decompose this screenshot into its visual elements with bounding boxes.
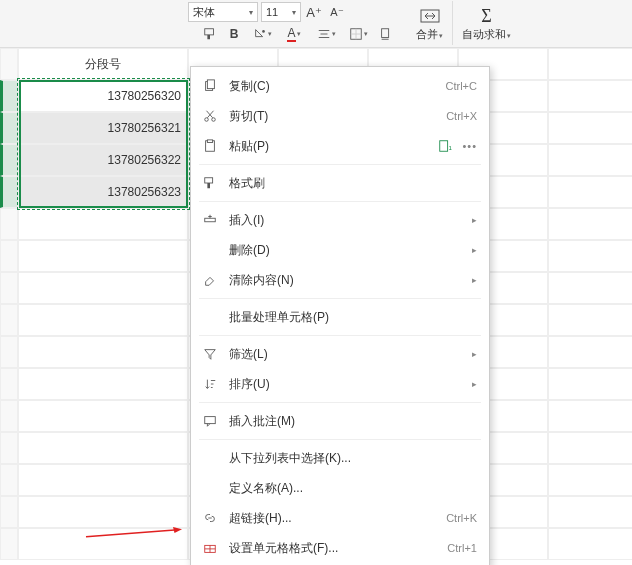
empty-cell[interactable] [548, 80, 632, 112]
chevron-down-icon: ▾ [292, 8, 296, 17]
ctx-label: 复制(C) [229, 78, 446, 95]
row-gutter [0, 80, 18, 112]
empty-cell[interactable] [548, 496, 632, 528]
separator [199, 201, 481, 202]
data-cell[interactable] [18, 528, 188, 560]
font-name-select[interactable]: 宋体 ▾ [188, 2, 258, 22]
data-cell[interactable] [18, 464, 188, 496]
merge-dropdown[interactable]: 合并▾ [410, 1, 449, 47]
header-cell[interactable]: 分段号 [18, 48, 188, 80]
data-cell[interactable] [18, 240, 188, 272]
empty-cell[interactable] [548, 304, 632, 336]
ctx-comment[interactable]: 插入批注(M) [191, 406, 489, 436]
data-cell[interactable]: 13780256321 [18, 112, 188, 144]
empty-cell[interactable] [548, 400, 632, 432]
chevron-right-icon: ▸ [472, 215, 477, 225]
ctx-label: 设置单元格格式(F)... [229, 540, 447, 557]
svg-rect-14 [207, 80, 214, 89]
row-gutter [0, 176, 18, 208]
data-cell[interactable] [18, 336, 188, 368]
ctx-label: 插入批注(M) [229, 413, 477, 430]
ctx-label: 定义名称(A)... [229, 480, 477, 497]
separator [199, 298, 481, 299]
cut-icon [201, 109, 219, 123]
fill-color-button[interactable]: ▾ [248, 24, 276, 44]
svg-line-17 [207, 111, 213, 118]
empty-cell[interactable] [548, 48, 632, 80]
format-painter-button[interactable] [200, 24, 220, 44]
ctx-label: 格式刷 [229, 175, 477, 192]
comment-icon [201, 414, 219, 428]
paste-icon [201, 139, 219, 153]
data-cell[interactable]: 13780256322 [18, 144, 188, 176]
ctx-define-name[interactable]: 定义名称(A)... [191, 473, 489, 503]
empty-cell[interactable] [548, 368, 632, 400]
ctx-delete[interactable]: 删除(D) ▸ [191, 235, 489, 265]
format-painter-icon [201, 176, 219, 190]
autosum-dropdown[interactable]: Σ 自动求和▾ [456, 1, 517, 47]
data-cell[interactable] [18, 208, 188, 240]
data-cell[interactable] [18, 400, 188, 432]
ctx-copy[interactable]: 复制(C) Ctrl+C [191, 71, 489, 101]
ctx-filter[interactable]: 筛选(L) ▸ [191, 339, 489, 369]
ctx-insert[interactable]: 插入(I) ▸ [191, 205, 489, 235]
empty-cell[interactable] [548, 112, 632, 144]
empty-cell[interactable] [548, 528, 632, 560]
empty-cell[interactable] [548, 432, 632, 464]
toolbar: 宋体 ▾ 11 ▾ A⁺ A⁻ B ▾ A▾ ▾ ▾ 合并▾ [0, 0, 632, 48]
svg-rect-20 [207, 140, 212, 143]
ctx-paste[interactable]: 粘贴(P) 12 ••• [191, 131, 489, 161]
empty-cell[interactable] [548, 272, 632, 304]
ctx-dropdown-select[interactable]: 从下拉列表中选择(K)... [191, 443, 489, 473]
ctx-shortcut: Ctrl+K [446, 512, 477, 524]
data-cell[interactable] [18, 496, 188, 528]
row-gutter [0, 240, 18, 272]
paste-special-icon[interactable]: 12 [438, 139, 452, 153]
ctx-batch[interactable]: 批量处理单元格(P) [191, 302, 489, 332]
empty-cell[interactable] [548, 176, 632, 208]
ctx-format-cells[interactable]: 设置单元格格式(F)... Ctrl+1 [191, 533, 489, 563]
data-cell[interactable]: 13780256320 [18, 80, 188, 112]
ctx-cut[interactable]: 剪切(T) Ctrl+X [191, 101, 489, 131]
svg-rect-23 [205, 178, 213, 183]
decrease-font-button[interactable]: A⁻ [327, 2, 347, 22]
data-cell[interactable] [18, 272, 188, 304]
align-button[interactable]: ▾ [312, 24, 340, 44]
empty-cell[interactable] [548, 240, 632, 272]
empty-cell[interactable] [548, 144, 632, 176]
borders-button[interactable]: ▾ [344, 24, 372, 44]
row-gutter [0, 208, 18, 240]
increase-font-button[interactable]: A⁺ [304, 2, 324, 22]
data-cell[interactable] [18, 368, 188, 400]
font-color-button[interactable]: A▾ [280, 24, 308, 44]
ctx-shortcut: Ctrl+X [446, 110, 477, 122]
copy-icon [201, 79, 219, 93]
ctx-format-painter[interactable]: 格式刷 [191, 168, 489, 198]
more-icon[interactable]: ••• [462, 140, 477, 152]
ctx-label: 删除(D) [229, 242, 464, 259]
ctx-label: 粘贴(P) [229, 138, 438, 155]
font-size-value: 11 [266, 6, 278, 18]
separator [199, 335, 481, 336]
data-cell[interactable]: 13780256323 [18, 176, 188, 208]
svg-rect-32 [205, 417, 216, 424]
sort-icon [201, 377, 219, 391]
data-cell[interactable] [18, 432, 188, 464]
empty-cell[interactable] [548, 464, 632, 496]
data-cell[interactable] [18, 304, 188, 336]
context-menu: 复制(C) Ctrl+C 剪切(T) Ctrl+X 粘贴(P) 12 ••• 格… [190, 66, 490, 565]
separator [199, 402, 481, 403]
outdent-button[interactable] [376, 24, 396, 44]
empty-cell[interactable] [548, 208, 632, 240]
ctx-clear[interactable]: 清除内容(N) ▸ [191, 265, 489, 295]
empty-cell[interactable] [548, 336, 632, 368]
ctx-sort[interactable]: 排序(U) ▸ [191, 369, 489, 399]
ctx-label: 插入(I) [229, 212, 464, 229]
font-size-select[interactable]: 11 ▾ [261, 2, 301, 22]
ctx-hyperlink[interactable]: 超链接(H)... Ctrl+K [191, 503, 489, 533]
row-gutter [0, 336, 18, 368]
svg-rect-9 [382, 29, 389, 38]
ctx-shortcut: Ctrl+C [446, 80, 477, 92]
bold-button[interactable]: B [224, 24, 244, 44]
svg-rect-0 [205, 29, 214, 35]
